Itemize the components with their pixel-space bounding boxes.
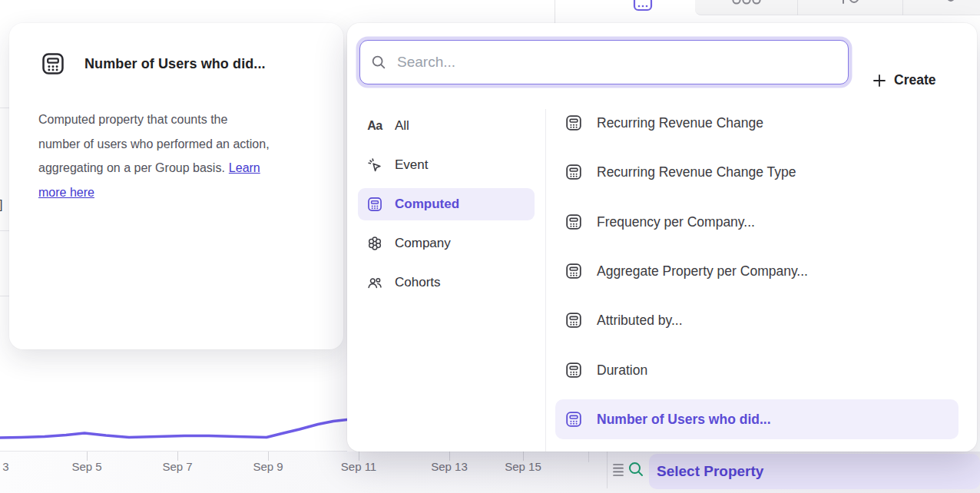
property-item[interactable]: Aggregate Property per Company... <box>555 251 958 291</box>
category-label: Event <box>395 157 428 173</box>
line-chart <box>0 398 347 453</box>
background-divider <box>588 452 589 462</box>
property-picker-panel: Create Aa All Event Computed Company Coh… <box>347 23 977 452</box>
property-search-icon <box>627 460 645 478</box>
background-divider <box>607 452 608 488</box>
company-cluster-icon <box>366 235 383 252</box>
property-tooltip-card: Number of Users who did... Computed prop… <box>9 23 343 349</box>
x-axis-label: Sep 7 <box>162 460 192 473</box>
category-company[interactable]: Company <box>358 227 535 260</box>
drag-handle-icon[interactable] <box>612 462 624 478</box>
table-chart-icon <box>632 0 654 14</box>
plus-icon <box>872 74 886 88</box>
x-axis-label: Sep 5 <box>71 460 101 473</box>
tooltip-description: Computed property that counts the number… <box>38 108 334 204</box>
x-axis-label: Sep 15 <box>505 460 541 473</box>
text-format-icon: Aa <box>366 117 383 134</box>
circles-icon <box>731 0 762 8</box>
property-label: Recurring Revenue Change Type <box>597 164 796 180</box>
property-label: Frequency per Company... <box>597 214 755 230</box>
description-line: Computed property that counts the <box>38 108 334 132</box>
category-all[interactable]: Aa All <box>358 110 535 142</box>
column-divider <box>545 109 546 452</box>
calculator-icon <box>40 51 66 77</box>
category-label: Cohorts <box>395 275 441 290</box>
calculator-icon <box>564 163 583 181</box>
x-axis-label: Sep 9 <box>253 460 283 473</box>
category-cohorts[interactable]: Cohorts <box>358 266 535 299</box>
background-divider <box>0 230 9 231</box>
tab-table-chart[interactable] <box>590 0 695 15</box>
property-label: Duration <box>597 362 647 379</box>
property-item[interactable]: Recurring Revenue Change Type <box>555 152 958 192</box>
calculator-icon <box>564 361 583 379</box>
select-property-label: Select Property <box>657 454 763 489</box>
calculator-icon <box>564 311 583 329</box>
description-line: number of users who performed an action, <box>38 132 334 157</box>
x-axis-label: Sep 13 <box>431 460 468 473</box>
category-label: Computed <box>395 197 459 212</box>
property-item[interactable]: Recurring Revenue Change <box>555 103 958 143</box>
background-divider <box>555 0 555 23</box>
category-event[interactable]: Event <box>358 149 535 181</box>
calculator-icon <box>564 114 583 132</box>
select-property-button[interactable]: Select Property <box>649 454 980 489</box>
calculator-icon <box>564 213 583 231</box>
description-line: aggregating on a per Group basis.Learn <box>38 156 334 180</box>
property-item[interactable]: Duration <box>555 350 958 390</box>
curve-icon <box>839 0 862 9</box>
create-label: Create <box>894 72 935 88</box>
clipped-background-text: y] <box>0 198 2 212</box>
tab-circles[interactable] <box>695 0 797 15</box>
property-item[interactable]: Attributed by... <box>555 300 958 340</box>
calculator-icon <box>366 196 383 213</box>
search-input[interactable] <box>359 40 849 84</box>
property-label: Recurring Revenue Change <box>597 115 763 131</box>
screen: y] Sep 3 Sep 5 Sep 7 Sep 9 Sep 11 Sep 13… <box>0 0 980 493</box>
category-computed[interactable]: Computed <box>358 188 535 220</box>
calculator-icon <box>564 262 583 280</box>
tooltip-title: Number of Users who did... <box>84 56 266 72</box>
category-label: All <box>395 118 409 134</box>
cursor-click-icon <box>366 157 383 174</box>
tab-curve[interactable] <box>797 0 902 15</box>
x-axis-label: Sep 3 <box>0 460 9 473</box>
description-line: more here <box>38 180 334 205</box>
chart-series-line <box>0 420 347 438</box>
people-icon <box>366 274 383 291</box>
category-label: Company <box>395 236 451 251</box>
property-label: Attributed by... <box>597 313 683 329</box>
flag-icon <box>945 0 956 8</box>
learn-more-link[interactable]: Learn <box>229 161 260 174</box>
create-button[interactable]: Create <box>872 72 935 88</box>
calculator-icon <box>564 410 583 428</box>
tab-flag[interactable] <box>902 0 980 15</box>
property-item-selected[interactable]: Number of Users who did... <box>555 399 958 439</box>
background-divider <box>0 296 9 296</box>
learn-more-link[interactable]: more here <box>38 186 94 199</box>
property-label: Aggregate Property per Company... <box>597 263 808 280</box>
x-axis-label: Sep 11 <box>341 460 376 473</box>
chart-type-tabs <box>590 0 980 15</box>
property-item[interactable]: Frequency per Company... <box>555 202 958 242</box>
property-label: Number of Users who did... <box>597 412 771 428</box>
